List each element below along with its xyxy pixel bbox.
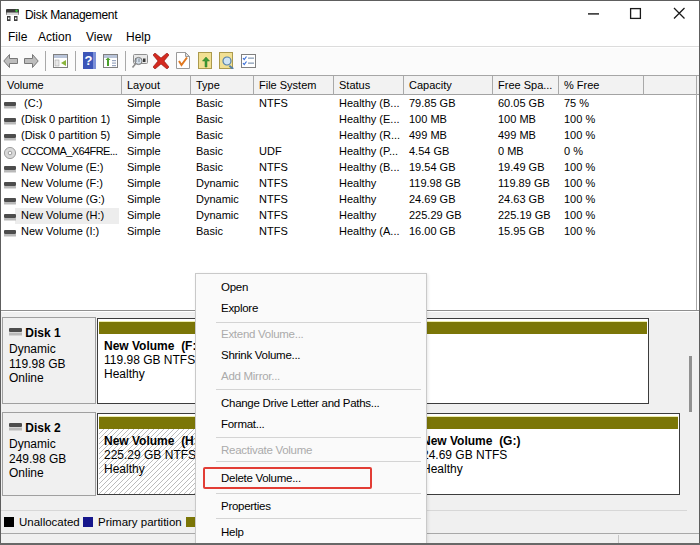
svg-text:?: ?	[85, 53, 93, 68]
